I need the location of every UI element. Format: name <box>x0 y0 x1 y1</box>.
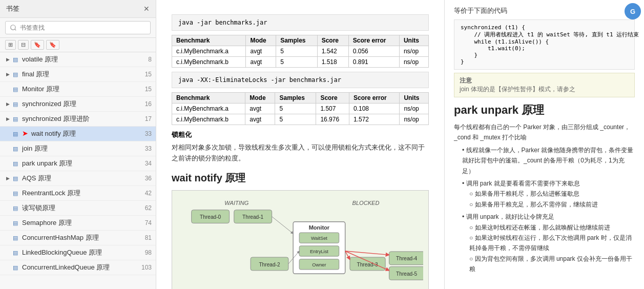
sidebar-item-final[interactable]: ▶▤final 原理15 <box>0 67 156 82</box>
right-bullet-item: ○ 因为背包空间有限，多次调用 unpark 仅会补充一份备用干粮 <box>469 254 635 275</box>
expand-all-button[interactable]: ⊞ <box>5 40 16 50</box>
table-cell: 5 <box>275 104 316 114</box>
bookmark-icon: ▤ <box>13 264 20 271</box>
content-area[interactable]: java -jar benchmarks.jar BenchmarkModeSa… <box>156 0 444 289</box>
table-cell: c.i.MyBenchmark.b <box>172 57 246 68</box>
right-note: 注意 join 体现的是【保护性暂停】模式，请参之 <box>454 73 635 97</box>
right-bullet-item: ○ 如果备用干粮耗尽，那么钻进帐篷歇息 <box>469 189 635 199</box>
sidebar-item-reentrantlock[interactable]: ▤ReentrantLock 原理42 <box>0 186 156 201</box>
bookmark-icon: ▤ <box>13 131 20 137</box>
table-cell: avgt <box>245 104 275 114</box>
table-cell: c.i.MyBenchmark.a <box>172 46 246 57</box>
sidebar-item-semaphore[interactable]: ▤Semaphore 原理74 <box>0 216 156 231</box>
column-header: Samples <box>275 93 316 104</box>
command-1: java -jar benchmarks.jar <box>172 14 429 31</box>
bookmark-page: 74 <box>145 219 152 226</box>
table-row: c.i.MyBenchmark.bavgt516.9761.572ns/op <box>172 114 429 125</box>
svg-text:Thread-5: Thread-5 <box>396 271 418 277</box>
benchmark-table-2: BenchmarkModeSamplesScoreScore errorUnit… <box>172 92 429 125</box>
sidebar-item-readwrite[interactable]: ▤读写锁原理62 <box>0 201 156 216</box>
search-input[interactable] <box>5 21 151 34</box>
sidebar-item-synchronized[interactable]: ▶▤synchronized 原理16 <box>0 97 156 112</box>
sidebar-item-concurrentlinkedqueue[interactable]: ▤ConcurrentLinkedQueue 原理103 <box>0 260 156 275</box>
diagram-svg: WAITING Thread-0 Thread-1 Monitor <box>177 196 423 289</box>
column-header: Score <box>317 35 348 46</box>
bookmark-page: 16 <box>145 100 152 108</box>
column-header: Score error <box>349 93 400 104</box>
sidebar-item-linkedblockingqueue[interactable]: ▤LinkedBlockingQueue 原理98 <box>0 245 156 260</box>
bookmark-list: ▶▤volatile 原理8▶▤final 原理15▤Monitor 原理15▶… <box>0 52 156 289</box>
bookmark-page: 33 <box>145 130 152 137</box>
svg-line-5 <box>272 216 294 233</box>
sidebar-item-concurrenthashmap[interactable]: ▤ConcurrentHashMap 原理81 <box>0 231 156 245</box>
sidebar-item-park-unpark[interactable]: ▤park unpark 原理34 <box>0 156 156 171</box>
sidebar-item-synchronized-adv[interactable]: ▶▤synchronized 原理进阶17 <box>0 112 156 127</box>
column-header: Units <box>400 93 429 104</box>
main-content: java -jar benchmarks.jar BenchmarkModeSa… <box>156 0 644 289</box>
bookmark-icon: ▤ <box>13 190 20 197</box>
note-label: 注意 <box>460 77 472 84</box>
avatar[interactable]: G <box>625 3 641 19</box>
right-bullet-item: ○ 如果这时候线程在运行，那么下次他调用 park 时，仅是消耗掉备用干粮，不需… <box>469 233 635 254</box>
expand-icon: ▶ <box>6 57 11 62</box>
bookmark-page: 103 <box>141 264 152 271</box>
bookmark-page: 62 <box>145 204 152 212</box>
table-cell: 5 <box>275 114 316 125</box>
expand-icon: ▶ <box>6 116 11 121</box>
bookmark-label: synchronized 原理进阶 <box>22 114 141 123</box>
table-row: c.i.MyBenchmark.bavgt51.5180.891ns/op <box>172 57 429 68</box>
table-row: c.i.MyBenchmark.aavgt51.5420.056ns/op <box>172 46 429 57</box>
sidebar-item-wait-notify[interactable]: ▤➤ wait notify 原理33 <box>0 127 156 141</box>
svg-text:WaitSet: WaitSet <box>311 235 327 240</box>
bookmark-page: 42 <box>145 190 152 197</box>
column-header: Samples <box>276 35 318 46</box>
sidebar-item-aqs[interactable]: ▶▤AQS 原理36 <box>0 171 156 186</box>
table-cell: avgt <box>246 46 276 57</box>
sidebar-header: 书签 ✕ <box>0 0 156 18</box>
expand-icon: ▶ <box>6 101 11 107</box>
lock-desc: 对相同对象多次加锁，导致线程发生多次重入，可以使用锁粗化方式来优化，这不同于之前… <box>172 142 429 164</box>
svg-text:Thread-1: Thread-1 <box>242 214 264 220</box>
right-panel: G 等价于下面的代码 synchronized (t1) { // 调用者线程进… <box>444 0 644 289</box>
table-cell: ns/op <box>399 57 428 68</box>
section1-title: wait notify 原理 <box>172 171 429 185</box>
table-cell: 5 <box>276 46 318 57</box>
table-cell: 0.891 <box>348 57 399 68</box>
bookmark-label: ReentrantLock 原理 <box>22 189 141 198</box>
table-cell: avgt <box>246 57 276 68</box>
search-box <box>0 18 156 38</box>
right-bullet-item: ○ 如果这时线程还在帐篷，那么就唤醒让他继续前进 <box>469 222 635 233</box>
bookmark-icon: ▤ <box>13 101 20 108</box>
bookmark-add-button[interactable]: 🔖 <box>31 40 44 50</box>
bookmark-page: 15 <box>145 86 152 93</box>
command-2: java -XX:-EliminateLocks -jar benchmarks… <box>172 72 429 88</box>
bookmark-label: Monitor 原理 <box>22 85 141 94</box>
column-header: Benchmark <box>172 93 245 104</box>
bookmark-icon: ▤ <box>13 250 20 256</box>
collapse-all-button[interactable]: ⊟ <box>18 40 29 50</box>
bookmark-remove-button[interactable]: 🔖 <box>46 40 59 50</box>
bookmark-icon: ▤ <box>13 86 20 93</box>
bookmark-label: 读写锁原理 <box>22 203 141 213</box>
bookmark-label: volatile 原理 <box>22 55 144 64</box>
bookmark-label: park unpark 原理 <box>22 159 141 168</box>
svg-text:WAITING: WAITING <box>224 200 249 206</box>
table-cell: 1.542 <box>317 46 348 57</box>
bookmark-page: 98 <box>145 249 152 256</box>
table-cell: ns/op <box>399 46 428 57</box>
section2-title: park unpark 原理 <box>454 102 635 118</box>
svg-text:Monitor: Monitor <box>309 224 330 231</box>
sidebar-item-volatile[interactable]: ▶▤volatile 原理8 <box>0 52 156 67</box>
svg-text:Thread-0: Thread-0 <box>200 214 221 220</box>
close-button[interactable]: ✕ <box>143 5 150 13</box>
table-cell: 5 <box>276 57 318 68</box>
bookmark-icon: ▤ <box>13 175 20 182</box>
section2-desc: 每个线程都有自己的一个 Parker 对象，由三部分组成 _counter，_c… <box>454 122 635 143</box>
bookmark-label: ConcurrentHashMap 原理 <box>22 233 141 242</box>
sidebar-item-join[interactable]: ▤join 原理33 <box>0 141 156 156</box>
table-row: c.i.MyBenchmark.aavgt51.5070.108ns/op <box>172 104 429 114</box>
sidebar-item-monitor[interactable]: ▤Monitor 原理15 <box>0 82 156 97</box>
table-cell: 1.507 <box>316 104 349 114</box>
bookmark-icon: ▤ <box>13 220 20 226</box>
bookmark-label: LinkedBlockingQueue 原理 <box>22 248 141 257</box>
